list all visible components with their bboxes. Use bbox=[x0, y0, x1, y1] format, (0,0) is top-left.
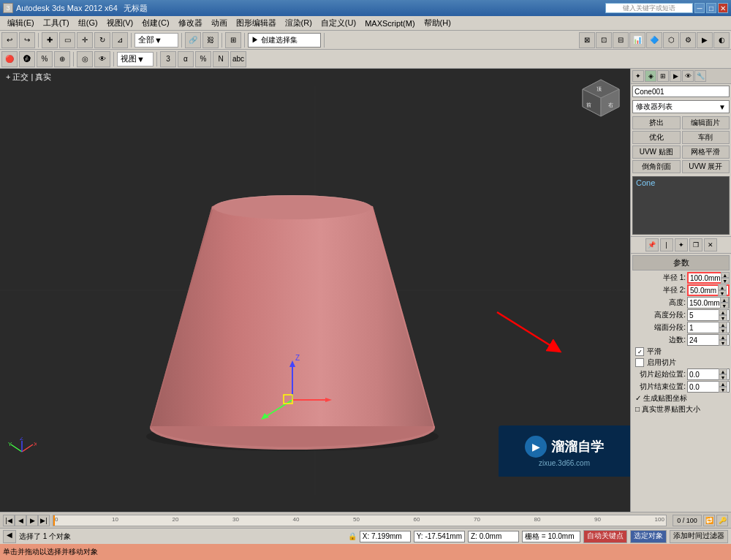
tb-rotate[interactable]: ↻ bbox=[94, 32, 110, 48]
tb-mirror[interactable]: ⊠ bbox=[579, 32, 595, 48]
tb2-spinner-snap[interactable]: ⊕ bbox=[54, 51, 70, 67]
param-spin-up-slice-to[interactable]: ▲ bbox=[719, 381, 727, 387]
tb-move[interactable]: ✛ bbox=[77, 32, 93, 48]
mod-btn-uvw-map[interactable]: UVW 贴图 bbox=[632, 145, 681, 159]
param-spin-up-radius2[interactable]: ▲ bbox=[718, 284, 727, 290]
tb-redo[interactable]: ↪ bbox=[19, 32, 35, 48]
tb2-btn1[interactable]: 3 bbox=[160, 51, 176, 67]
param-spin-up-cap-segs[interactable]: ▲ bbox=[719, 322, 727, 328]
object-name-input[interactable] bbox=[632, 86, 730, 97]
menu-maxscript[interactable]: MAXScript(M) bbox=[360, 18, 419, 29]
rp-panel-icon-unique[interactable]: ❒ bbox=[689, 238, 702, 251]
menu-customize[interactable]: 自定义(U) bbox=[317, 17, 360, 29]
tb-schematic[interactable]: 🔷 bbox=[646, 32, 662, 48]
timeline-area[interactable]: 0102030405060708090100 bbox=[53, 515, 667, 526]
timeline-play-back[interactable]: ◀ bbox=[15, 515, 26, 526]
param-input-height[interactable]: 150.0mm ▲ ▼ bbox=[687, 297, 730, 309]
mod-btn-uvw-xform[interactable]: UVW 展开 bbox=[682, 160, 730, 173]
param-input-height-segs[interactable]: 5 ▲ ▼ bbox=[687, 309, 730, 321]
param-input-slice-to[interactable]: 0.0 ▲ ▼ bbox=[687, 381, 730, 393]
mod-btn-extrude[interactable]: 挤出 bbox=[632, 116, 681, 129]
rp-panel-icon-pipe[interactable]: | bbox=[660, 238, 673, 251]
tb-scale[interactable]: ⊿ bbox=[112, 32, 128, 48]
param-spin-up-sides[interactable]: ▲ bbox=[719, 334, 727, 340]
status-btn-left[interactable]: ◀ bbox=[3, 530, 16, 543]
tb-unlink[interactable]: ⛓ bbox=[202, 32, 219, 48]
mod-btn-optimize[interactable]: 优化 bbox=[632, 131, 681, 144]
tb-layer[interactable]: ⊟ bbox=[613, 32, 629, 48]
param-spin-up-radius1[interactable]: ▲ bbox=[721, 272, 730, 278]
status-autokey[interactable]: 自动关键点 bbox=[583, 530, 627, 543]
param-spin-up-height[interactable]: ▲ bbox=[720, 297, 729, 303]
menu-group[interactable]: 组(G) bbox=[74, 17, 102, 29]
menu-create[interactable]: 创建(C) bbox=[137, 17, 173, 29]
tb-material[interactable]: ⬡ bbox=[663, 32, 679, 48]
menu-render[interactable]: 渲染(R) bbox=[281, 17, 317, 29]
rp-icon-motion[interactable]: ▶ bbox=[670, 70, 681, 82]
param-spin-down-radius2[interactable]: ▼ bbox=[718, 290, 727, 296]
status-selected-label[interactable]: 选定对象 bbox=[630, 530, 667, 543]
param-checkbox-slice[interactable] bbox=[635, 358, 644, 367]
rp-icon-hierarchy[interactable]: ⊞ bbox=[657, 70, 669, 82]
menu-modifiers[interactable]: 修改器 bbox=[174, 17, 207, 29]
timeline-key[interactable]: 🔑 bbox=[716, 515, 728, 526]
tb2-abc[interactable]: abc bbox=[230, 51, 246, 67]
tb-select[interactable]: ✚ bbox=[42, 32, 58, 48]
tb-render[interactable]: ▶ bbox=[697, 32, 713, 48]
tb2-percent-snap[interactable]: % bbox=[37, 51, 53, 67]
tb2-display[interactable]: 👁 bbox=[94, 51, 110, 67]
rp-panel-icon-conf[interactable]: ✦ bbox=[675, 238, 688, 251]
modifier-stack-list[interactable]: Cone bbox=[632, 176, 730, 235]
minimize-button[interactable]: ─ bbox=[694, 3, 705, 13]
timeline-prev[interactable]: |◀ bbox=[3, 515, 15, 526]
modifier-stack-item-cone[interactable]: Cone bbox=[633, 177, 729, 189]
tb-select-filter[interactable]: ⊞ bbox=[225, 32, 241, 48]
menu-graph-editor[interactable]: 图形编辑器 bbox=[232, 17, 281, 29]
tb-ref-coord[interactable]: 全部 ▼ bbox=[135, 33, 178, 48]
navigation-cube[interactable]: 顶 前 右 bbox=[579, 76, 623, 120]
timeline-loop[interactable]: 🔁 bbox=[703, 515, 715, 526]
tb2-angle-snap[interactable]: 🅐 bbox=[19, 51, 35, 67]
rp-panel-icon-pin[interactable]: 📌 bbox=[645, 238, 659, 251]
close-button[interactable]: ✕ bbox=[718, 3, 728, 13]
tb2-snap-toggle[interactable]: 🔴 bbox=[1, 51, 18, 67]
timeline-next[interactable]: ▶| bbox=[38, 515, 50, 526]
param-input-cap-segs[interactable]: 1 ▲ ▼ bbox=[687, 322, 730, 333]
tb2-pct[interactable]: % bbox=[195, 51, 211, 67]
tb-undo[interactable]: ↩ bbox=[1, 32, 18, 48]
menu-views[interactable]: 视图(V) bbox=[102, 17, 138, 29]
param-spin-down-slice-from[interactable]: ▼ bbox=[719, 374, 727, 380]
mod-btn-bevel-profile[interactable]: 倒角剖面 bbox=[632, 160, 681, 173]
rp-icon-create[interactable]: ✦ bbox=[632, 70, 644, 82]
menu-edit[interactable]: 编辑(E) bbox=[3, 17, 39, 29]
rp-panel-icon-remove[interactable]: ✕ bbox=[704, 238, 717, 251]
viewport[interactable]: + 正交 | 真实 bbox=[0, 69, 630, 512]
param-input-sides[interactable]: 24 ▲ ▼ bbox=[687, 334, 730, 346]
param-spin-down-sides[interactable]: ▼ bbox=[719, 340, 727, 346]
named-selection-input[interactable]: ▶ 创建选择集 bbox=[248, 33, 321, 48]
search-box[interactable]: 键入关键字或短语 bbox=[605, 3, 693, 13]
timeline-play[interactable]: ▶ bbox=[26, 515, 38, 526]
tb-link[interactable]: 🔗 bbox=[185, 32, 201, 48]
param-spin-down-cap-segs[interactable]: ▼ bbox=[719, 328, 727, 333]
param-input-radius1[interactable]: 100.0mm ▲ ▼ bbox=[687, 272, 730, 284]
param-input-slice-from[interactable]: 0.0 ▲ ▼ bbox=[687, 368, 730, 380]
param-spin-up-height-segs[interactable]: ▲ bbox=[719, 309, 727, 315]
mod-btn-meshsmooth[interactable]: 网格平滑 bbox=[682, 145, 730, 159]
tb-align[interactable]: ⊡ bbox=[596, 32, 612, 48]
param-spin-up-slice-from[interactable]: ▲ bbox=[719, 368, 727, 374]
tb-select-region[interactable]: ▭ bbox=[59, 32, 75, 48]
tb-active-shade[interactable]: ◐ bbox=[713, 32, 730, 48]
rp-icon-modify[interactable]: ◈ bbox=[645, 70, 656, 82]
mod-btn-lathe[interactable]: 车削 bbox=[682, 131, 730, 144]
param-spin-down-height-segs[interactable]: ▼ bbox=[719, 315, 727, 321]
rp-icon-display[interactable]: 👁 bbox=[682, 70, 694, 82]
tb2-btn2[interactable]: α bbox=[178, 51, 194, 67]
param-spin-down-height[interactable]: ▼ bbox=[720, 303, 729, 309]
menu-tools[interactable]: 工具(T) bbox=[39, 17, 74, 29]
tb-render-setup[interactable]: ⚙ bbox=[680, 32, 696, 48]
tb2-n[interactable]: N bbox=[213, 51, 229, 67]
mod-btn-edit-patch[interactable]: 编辑面片 bbox=[682, 116, 730, 129]
param-input-radius2[interactable]: 50.0mm ▲ ▼ bbox=[687, 284, 730, 296]
param-spin-down-radius1[interactable]: ▼ bbox=[721, 278, 730, 284]
